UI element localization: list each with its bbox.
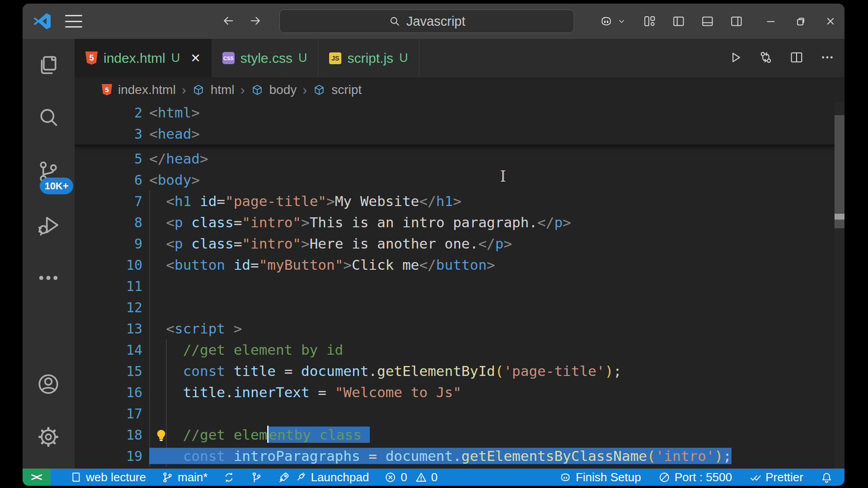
code-lines: 5</head>6<body>7 <h1 id="page-title">My … — [75, 148, 844, 467]
tab-style-css[interactable]: CSS style.css U — [212, 39, 319, 77]
toggle-secondary-sidebar-icon[interactable] — [729, 14, 744, 29]
code-line-13[interactable]: 13 <script > — [75, 318, 844, 339]
code-line-16[interactable]: 16 title.innerText = "Welcome to Js" — [75, 382, 844, 403]
title-bar: Javascript — [23, 4, 844, 39]
tab-script-js[interactable]: JS script.js U — [318, 39, 419, 77]
settings-gear-icon[interactable] — [36, 424, 61, 450]
breadcrumb-segment[interactable]: script — [331, 83, 362, 97]
breadcrumb-separator: › — [182, 82, 186, 98]
status-web-lecture[interactable]: web lecture — [70, 470, 146, 484]
minimize-icon[interactable] — [763, 14, 778, 29]
line-number: 14 — [75, 339, 142, 361]
line-number: 11 — [75, 276, 142, 297]
line-number: 5 — [75, 148, 142, 169]
code-line-6[interactable]: 6<body> — [75, 169, 844, 191]
overview-ruler-marker — [835, 214, 844, 220]
back-arrow-icon[interactable] — [221, 13, 236, 28]
code-line-3[interactable]: 3<head> — [75, 123, 844, 145]
lightbulb-icon[interactable] — [155, 427, 167, 442]
code-line-2[interactable]: 2<html> — [75, 102, 844, 123]
line-number: 8 — [75, 212, 142, 233]
code-editor[interactable]: 5</head>6<body>7 <h1 id="page-title">My … — [75, 102, 844, 469]
restore-window-icon[interactable] — [793, 14, 808, 29]
menu-icon[interactable] — [65, 15, 82, 28]
tab-label: style.css — [241, 51, 292, 66]
code-line-8[interactable]: 8 <p class="intro">This is an intro para… — [75, 212, 844, 233]
chevron-down-icon[interactable] — [617, 14, 627, 29]
toggle-primary-sidebar-icon[interactable] — [671, 14, 686, 29]
plug-icon — [294, 471, 307, 483]
vscode-window: Javascript — [23, 4, 844, 486]
code-line-17[interactable]: 17 — [75, 403, 844, 424]
code-line-7[interactable]: 7 <h1 id="page-title">My Website</h1> — [75, 191, 844, 212]
mouse-ibeam-cursor: I — [500, 167, 506, 185]
more-actions-icon[interactable] — [820, 50, 835, 66]
copilot-finish-setup[interactable]: Finish Setup — [559, 470, 641, 484]
code-line-10[interactable]: 10 <button id="myButton">Click me</butto… — [75, 254, 844, 276]
symbol-cube-icon — [251, 84, 264, 96]
breadcrumb: 5 index.html › html › body › script — [75, 77, 844, 102]
toggle-panel-icon[interactable] — [700, 14, 715, 29]
git-branch-icon — [161, 471, 174, 483]
line-number: 3 — [75, 123, 142, 145]
double-check-icon — [749, 471, 761, 483]
untracked-badge: U — [171, 51, 180, 65]
sync-changes-icon[interactable] — [223, 471, 235, 483]
code-line-11[interactable]: 11 — [75, 276, 844, 297]
close-window-icon[interactable] — [823, 14, 838, 29]
line-number: 16 — [75, 382, 142, 403]
code-line-15[interactable]: 15 const title = document.getElementById… — [75, 361, 844, 382]
git-graph-icon[interactable] — [250, 471, 263, 483]
css-file-icon: CSS — [222, 52, 235, 64]
code-line-12[interactable]: 12 — [75, 297, 844, 318]
code-line-18[interactable]: 18 //get elementby class — [75, 424, 844, 446]
rocket-icon — [278, 471, 290, 483]
problems-indicator[interactable]: 0 0 — [384, 470, 438, 484]
line-number: 17 — [75, 403, 142, 424]
customize-layout-icon[interactable] — [642, 14, 657, 29]
breadcrumb-file[interactable]: index.html — [118, 83, 176, 97]
explorer-icon[interactable] — [36, 52, 61, 78]
tab-bar: 5 index.html U ✕ CSS style.css U JS scri… — [75, 39, 844, 77]
sticky-scroll: 2<html>3<head> — [75, 102, 844, 145]
line-number: 13 — [75, 318, 142, 339]
breadcrumb-segment[interactable]: html — [211, 83, 235, 97]
line-number: 18 — [75, 424, 142, 446]
tab-index-html[interactable]: 5 index.html U ✕ — [75, 39, 212, 77]
code-line-9[interactable]: 9 <p class="intro">Here is another one.<… — [75, 233, 844, 254]
remote-indicator[interactable]: >< — [23, 469, 51, 486]
split-editor-icon[interactable] — [789, 50, 804, 66]
code-line-5[interactable]: 5</head> — [75, 148, 844, 169]
search-icon[interactable] — [36, 105, 61, 130]
account-icon[interactable] — [36, 371, 61, 397]
prettier-formatter[interactable]: Prettier — [749, 470, 803, 484]
command-center-search[interactable]: Javascript — [279, 9, 574, 33]
line-number: 2 — [75, 102, 142, 123]
status-launchpad[interactable]: Launchpad — [278, 470, 369, 484]
search-text: Javascript — [406, 14, 466, 29]
open-changes-icon[interactable] — [759, 50, 773, 66]
book-icon — [70, 471, 82, 483]
vscode-logo-icon — [33, 12, 52, 31]
code-line-14[interactable]: 14 //get element by id — [75, 339, 844, 361]
run-file-icon[interactable] — [728, 50, 742, 66]
copilot-icon — [559, 471, 571, 483]
status-git-branch[interactable]: main* — [161, 470, 208, 484]
line-number: 12 — [75, 297, 142, 318]
live-server-port[interactable]: Port : 5500 — [658, 470, 732, 484]
tab-label: script.js — [347, 51, 393, 66]
close-tab-icon[interactable]: ✕ — [190, 51, 201, 66]
untracked-badge: U — [399, 51, 408, 65]
scrollbar-thumb[interactable] — [835, 115, 844, 228]
code-line-19[interactable]: 19 const introParagraphs = document.getE… — [75, 446, 844, 467]
line-number: 15 — [75, 361, 142, 382]
run-debug-icon[interactable] — [36, 212, 61, 238]
breadcrumb-segment[interactable]: body — [269, 83, 297, 97]
line-number: 6 — [75, 169, 142, 191]
forward-arrow-icon[interactable] — [248, 13, 263, 28]
more-views-icon[interactable] — [36, 265, 61, 291]
copilot-icon[interactable] — [599, 14, 614, 29]
html5-file-icon: 5 — [102, 84, 112, 95]
warning-icon — [415, 471, 427, 483]
notifications-bell-icon[interactable] — [821, 471, 833, 483]
